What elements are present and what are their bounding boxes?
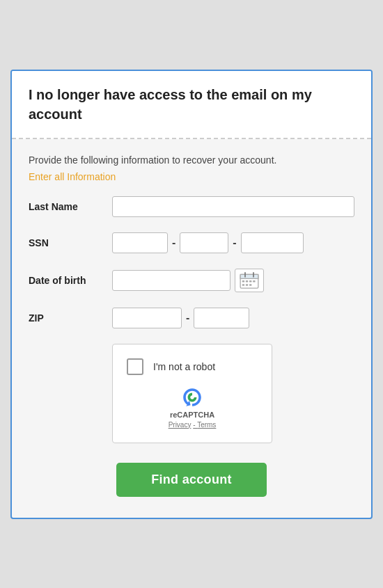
card-body: Provide the following information to rec… — [12, 139, 371, 518]
ssn-group: SSN - - — [29, 232, 354, 253]
recaptcha-links: Privacy - Terms — [169, 421, 217, 429]
last-name-input[interactable] — [112, 196, 354, 217]
calendar-icon — [240, 272, 259, 289]
zip-group: ZIP - — [29, 308, 354, 328]
zip-input-1[interactable] — [112, 308, 182, 328]
terms-link[interactable]: Terms — [197, 421, 216, 429]
captcha-checkbox[interactable] — [127, 358, 143, 375]
svg-rect-8 — [242, 284, 244, 286]
zip-label: ZIP — [29, 312, 112, 324]
dob-input[interactable] — [112, 270, 230, 291]
zip-fields: - — [112, 308, 354, 328]
zip-input-2[interactable] — [194, 308, 249, 328]
dob-group: Date of birth — [29, 269, 354, 292]
enter-info-link[interactable]: Enter all Information — [29, 171, 116, 182]
svg-rect-10 — [249, 284, 251, 286]
ssn-separator-2: - — [233, 237, 236, 249]
zip-separator: - — [186, 312, 189, 324]
captcha-container: I'm not a robot reCAPTCHA Privacy - Term… — [112, 344, 272, 443]
page-title: I no longer have access to the email on … — [29, 85, 354, 124]
card-header: I no longer have access to the email on … — [12, 71, 371, 139]
ssn-input-3[interactable] — [241, 232, 304, 253]
find-account-button[interactable]: Find account — [116, 463, 267, 497]
captcha-label: I'm not a robot — [153, 361, 215, 372]
captcha-bottom: reCAPTCHA Privacy - Terms — [169, 386, 217, 429]
last-name-label: Last Name — [29, 201, 112, 212]
captcha-top: I'm not a robot — [127, 358, 258, 375]
ssn-input-2[interactable] — [180, 232, 228, 253]
ssn-label: SSN — [29, 237, 112, 248]
svg-rect-4 — [242, 280, 244, 283]
dob-label: Date of birth — [29, 275, 112, 286]
ssn-fields: - - — [112, 232, 354, 253]
ssn-input-1[interactable] — [112, 232, 168, 253]
dob-fields — [112, 269, 354, 292]
last-name-group: Last Name — [29, 196, 354, 217]
privacy-link[interactable]: Privacy — [169, 421, 192, 429]
svg-rect-1 — [240, 274, 258, 278]
svg-rect-6 — [249, 280, 251, 283]
calendar-button[interactable] — [235, 269, 264, 292]
recaptcha-brand: reCAPTCHA — [170, 411, 214, 419]
svg-rect-9 — [246, 284, 248, 286]
svg-rect-7 — [253, 280, 255, 283]
recaptcha-icon — [181, 386, 203, 408]
last-name-fields — [112, 196, 354, 217]
main-card: I no longer have access to the email on … — [10, 70, 373, 519]
description-text: Provide the following information to rec… — [29, 153, 354, 168]
ssn-separator-1: - — [172, 237, 175, 249]
svg-rect-5 — [246, 280, 248, 283]
